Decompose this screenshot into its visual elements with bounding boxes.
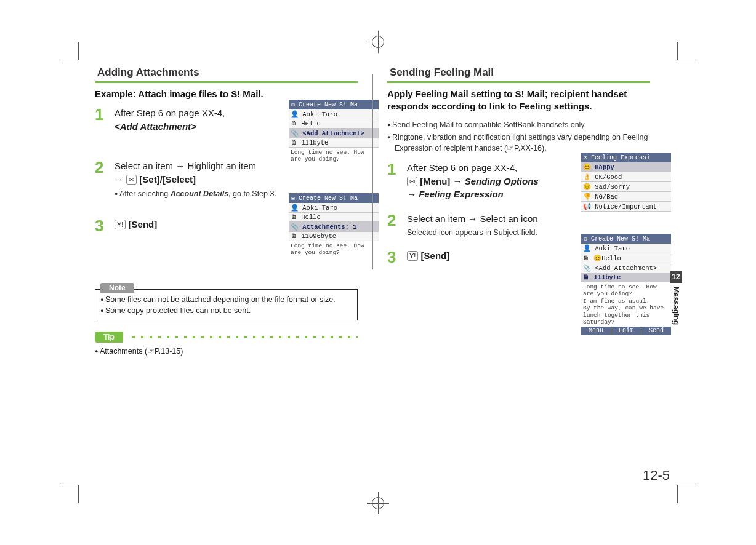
note-label: Note: [100, 283, 134, 293]
screenshot-rows: 👤 Aoki Taro 🗎 Hello 📎 Attachments: 1 🗎 1…: [289, 203, 379, 241]
screenshot-rows: 👤 Aoki Taro 🗎 😊Hello 📎 <Add Attachment> …: [581, 244, 671, 282]
screenshot-row-highlight: 📎 Attachments: 1: [289, 222, 379, 232]
crop-mark-bl: [60, 485, 79, 503]
screenshot-row: 👤 Aoki Taro: [289, 109, 379, 119]
step-number: 1: [95, 106, 115, 122]
screenshot-title: ✉ Create New S! Ma: [581, 234, 671, 244]
screenshot-row: 👤 Aoki Taro: [289, 203, 379, 213]
step-number: 2: [387, 212, 407, 228]
intro-bullets: Send Feeling Mail to compatible SoftBank…: [387, 119, 650, 154]
note-body: Some files can not be attached depending…: [95, 295, 357, 320]
step-strong: Sending Options: [465, 176, 539, 186]
intro-right: Apply Feeling Mail setting to S! Mail; r…: [387, 88, 650, 113]
note-line: Some files can not be attached depending…: [100, 295, 352, 306]
phone-screenshot-2-right: ✉ Create New S! Ma 👤 Aoki Taro 🗎 😊Hello …: [581, 234, 671, 335]
screenshot-title: ✉ Feeling Expressi: [581, 153, 671, 162]
subnote-strong: Account Details: [171, 189, 228, 198]
subnote-a: After selecting: [119, 189, 171, 198]
arrow-icon: →: [453, 176, 462, 186]
tip-dots: [129, 335, 358, 339]
step-number: 2: [95, 159, 115, 175]
step-text: After Step 6 on page XX-4,: [407, 162, 517, 173]
screenshot-softkeys: Menu Edit Send: [581, 327, 671, 335]
key-label: [Set]/[Select]: [139, 174, 196, 185]
key-label: [Send]: [129, 219, 158, 229]
side-chapter-tab: 12 Messaging: [670, 271, 682, 325]
screenshot-row: 😔 Sad/Sorry: [581, 182, 671, 192]
section-heading-right: Sending Feeling Mail: [387, 65, 650, 83]
step-text-a: Select an item: [407, 213, 465, 224]
softkey-send: Send: [641, 327, 671, 335]
screenshot-rows: 😊 Happy 👌 OK/Good 😔 Sad/Sorry 👎 NG/Bad 📢…: [581, 162, 671, 212]
phone-screenshot-1-left: ✉ Create New S! Ma 👤 Aoki Taro 🗎 Hello 📎…: [289, 100, 379, 164]
step-strong: <Add Attachment>: [115, 121, 196, 132]
y-key-icon: Y!: [115, 220, 126, 229]
left-column: Adding Attachments Example: Attach image…: [80, 62, 372, 356]
screenshot-row: 👎 NG/Bad: [581, 192, 671, 202]
y-key-icon: Y!: [407, 251, 418, 261]
screenshot-row: 🗎 Hello: [289, 213, 379, 222]
arrow-icon: →: [407, 189, 416, 199]
chapter-number: 12: [670, 271, 682, 283]
tip-line: Attachments (☞P.13-15): [95, 346, 358, 356]
bullet-item: Ringtone, vibration and notification lig…: [387, 132, 650, 154]
phone-screenshot-2-left: ✉ Create New S! Ma 👤 Aoki Taro 🗎 Hello 📎…: [289, 193, 379, 258]
step-text: After Step 6 on page XX-4,: [115, 108, 225, 118]
arrow-icon: →: [468, 213, 477, 224]
screenshot-title: ✉ Create New S! Ma: [289, 100, 379, 109]
subnote-b: , go to Step 3.: [228, 189, 276, 198]
right-column: Sending Feeling Mail Apply Feeling Mail …: [372, 62, 665, 356]
softkey-menu: Menu: [581, 327, 611, 335]
screenshot-title: ✉ Create New S! Ma: [289, 193, 379, 203]
registration-mark-top: [367, 31, 389, 53]
mail-key-icon: ✉: [126, 175, 137, 185]
column-divider: [372, 74, 373, 269]
screenshot-rows: 👤 Aoki Taro 🗎 Hello 📎 <Add Attachment> 🗎…: [289, 109, 379, 148]
tip-row: Tip: [95, 332, 358, 343]
screenshot-row: 📎 <Add Attachment>: [581, 263, 671, 273]
screenshot-row: 👤 Aoki Taro: [581, 244, 671, 253]
tip-label: Tip: [95, 332, 123, 343]
step-strong: Feeling Expression: [419, 189, 504, 199]
screenshot-row: 🗎 😊Hello: [581, 253, 671, 263]
section-heading-left: Adding Attachments: [95, 65, 358, 83]
crop-mark-br: [677, 485, 696, 503]
example-label: Example: Attach image files to S! Mail.: [95, 88, 358, 100]
step-text-b: Select an icon: [480, 213, 537, 224]
arrow-icon: →: [175, 161, 185, 171]
note-box: Note Some files can not be attached depe…: [95, 289, 358, 320]
phone-screenshot-1-right: ✉ Feeling Expressi 😊 Happy 👌 OK/Good 😔 S…: [581, 153, 671, 212]
chapter-label: Messaging: [672, 283, 680, 325]
screenshot-row: 📢 Notice/Important: [581, 202, 671, 212]
registration-mark-bottom: [367, 492, 389, 514]
page-content: Adding Attachments Example: Attach image…: [80, 62, 665, 356]
step-text-b: Highlight an item: [187, 161, 256, 171]
screenshot-msg: Long time no see. How are you doing? I a…: [581, 282, 671, 327]
screenshot-row: 🗎 111byte: [289, 138, 379, 148]
softkey-edit: Edit: [611, 327, 641, 335]
step-text-a: Select an item: [115, 161, 173, 171]
crop-mark-tr: [677, 42, 696, 60]
screenshot-row-highlight: 😊 Happy: [581, 162, 671, 172]
screenshot-row: 👌 OK/Good: [581, 172, 671, 182]
screenshot-msg: Long time no see. How are you doing?: [289, 241, 379, 258]
key-label: [Menu]: [420, 176, 450, 186]
screenshot-row-highlight: 🗎 111byte: [581, 273, 671, 282]
screenshot-msg: Long time no see. How are you doing?: [289, 148, 379, 164]
key-label: [Send]: [421, 250, 450, 261]
step-number: 1: [387, 161, 407, 177]
crop-mark-tl: [60, 42, 79, 60]
screenshot-row-highlight: 📎 <Add Attachment>: [289, 129, 379, 138]
screenshot-row: 🗎 11096byte: [289, 232, 379, 241]
arrow-icon: →: [115, 174, 124, 185]
screenshot-row: 🗎 Hello: [289, 119, 379, 129]
note-line: Some copy protected files can not be sen…: [100, 306, 352, 317]
step-number: 3: [95, 218, 115, 234]
step-number: 3: [387, 249, 407, 265]
bullet-item: Send Feeling Mail to compatible SoftBank…: [387, 119, 650, 130]
mail-key-icon: ✉: [407, 177, 417, 186]
page-number: 12-5: [643, 467, 670, 483]
